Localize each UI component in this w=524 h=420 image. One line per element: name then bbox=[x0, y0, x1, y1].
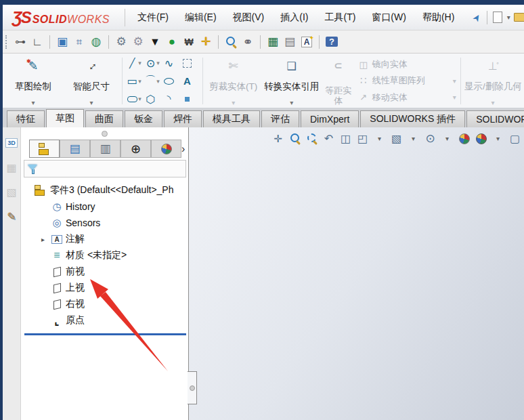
dropdown-arrow[interactable] bbox=[440, 131, 454, 146]
tree-filter-input[interactable] bbox=[24, 160, 186, 177]
section-view-icon[interactable] bbox=[339, 131, 353, 146]
customize-icon[interactable] bbox=[4, 209, 19, 224]
bolt-icon[interactable] bbox=[13, 35, 28, 49]
view-palette-icon[interactable] bbox=[4, 160, 19, 175]
panel-tab[interactable] bbox=[151, 140, 181, 158]
sketch-entity-button[interactable] bbox=[144, 75, 162, 87]
sketch-entity-button[interactable] bbox=[144, 93, 162, 105]
panel-chevron-icon[interactable]: › bbox=[181, 143, 185, 155]
network-icon[interactable] bbox=[72, 35, 87, 49]
graphics-area[interactable] bbox=[189, 127, 524, 420]
spring-icon[interactable] bbox=[181, 35, 196, 49]
chevron-down-icon[interactable]: ▾ bbox=[31, 100, 35, 106]
view-orientation-icon[interactable] bbox=[355, 131, 370, 146]
pin-icon[interactable] bbox=[469, 10, 484, 25]
convert-entities-button[interactable]: 转换实体引用 ▾ bbox=[263, 55, 321, 107]
sketch-tool-button[interactable]: 镜向实体 bbox=[357, 58, 458, 70]
chevron-down-icon[interactable]: ▾ bbox=[89, 100, 93, 106]
tree-item[interactable]: 零件3 (Default<<Default>_Ph bbox=[21, 182, 188, 198]
tree-item[interactable]: 上视 bbox=[21, 280, 188, 296]
drawing-sheet-icon[interactable] bbox=[4, 184, 19, 199]
sketch-entity-button[interactable] bbox=[144, 57, 162, 69]
sketch-entity-button[interactable] bbox=[126, 93, 144, 105]
sketch-entity-button[interactable] bbox=[126, 57, 144, 69]
dropdown-arrow[interactable] bbox=[372, 131, 387, 146]
dropdown-arrow[interactable] bbox=[406, 131, 420, 146]
previous-view-icon[interactable] bbox=[322, 131, 336, 146]
menu-item[interactable]: 帮助(H) bbox=[414, 7, 462, 28]
sketch-entity-button[interactable] bbox=[162, 93, 180, 105]
menu-item[interactable]: 插入(I) bbox=[272, 7, 316, 28]
command-tab[interactable]: 钣金 bbox=[125, 110, 162, 127]
menu-item[interactable]: 工具(T) bbox=[316, 7, 364, 28]
panel-tab[interactable] bbox=[60, 140, 90, 158]
smart-dimension-button[interactable]: 智能尺寸 ▾ bbox=[62, 55, 121, 107]
command-tab[interactable]: SOLIDWORKS MBD bbox=[466, 110, 524, 127]
offset-entities-button[interactable]: 等距实体 bbox=[321, 55, 356, 107]
menu-item[interactable]: 窗口(W) bbox=[364, 7, 414, 28]
sketch-entity-button[interactable] bbox=[162, 57, 180, 69]
gear2-icon[interactable] bbox=[131, 35, 146, 49]
excel-icon[interactable] bbox=[265, 35, 280, 49]
command-tab[interactable]: 草图 bbox=[46, 109, 84, 127]
apply-scene-icon[interactable] bbox=[474, 131, 488, 146]
tree-item[interactable]: 右视 bbox=[21, 296, 188, 312]
help-icon[interactable] bbox=[324, 35, 339, 49]
edit-appearance-icon[interactable] bbox=[457, 131, 471, 146]
search-icon[interactable] bbox=[223, 35, 238, 49]
panel-tab[interactable] bbox=[121, 140, 151, 158]
command-tab[interactable]: DimXpert bbox=[301, 110, 359, 127]
tree-item[interactable]: History bbox=[21, 198, 188, 215]
sketch-button[interactable]: 草图绘制 ▾ bbox=[4, 55, 62, 107]
sketch-entity-button[interactable] bbox=[181, 57, 198, 69]
cross-icon[interactable] bbox=[198, 35, 213, 49]
trim-entities-button[interactable]: 剪裁实体(T) ▾ bbox=[204, 55, 263, 107]
tree-item[interactable]: ▸ 注解 bbox=[21, 231, 188, 247]
tree-item[interactable]: 材质 <未指定> bbox=[21, 247, 188, 264]
menu-item[interactable]: 文件(F) bbox=[129, 7, 177, 28]
panel-tab[interactable] bbox=[90, 140, 121, 158]
expander-icon[interactable]: ▸ bbox=[41, 236, 49, 243]
menu-item[interactable]: 编辑(E) bbox=[177, 7, 225, 28]
panel-tab[interactable] bbox=[29, 140, 60, 158]
zoom-area-icon[interactable] bbox=[305, 131, 319, 146]
dropdown-arrow[interactable] bbox=[505, 10, 512, 25]
chevron-down-icon[interactable]: ▾ bbox=[290, 100, 293, 106]
menu-item[interactable]: 视图(V) bbox=[225, 7, 273, 28]
sketch-entity-button[interactable] bbox=[126, 75, 144, 87]
sketch-tool-button[interactable]: 移动实体 ▾ bbox=[357, 91, 458, 104]
tree-item[interactable]: Sensors bbox=[21, 215, 188, 231]
panel-splitter-handle[interactable] bbox=[188, 371, 197, 404]
dropdown-arrow[interactable] bbox=[491, 131, 505, 146]
corner-icon[interactable] bbox=[30, 35, 45, 49]
globe-icon[interactable] bbox=[89, 35, 104, 49]
sketch-tool-button[interactable]: 线性草图阵列 ▾ bbox=[357, 75, 458, 87]
hide-show-icon[interactable] bbox=[423, 131, 437, 146]
panel-resize-handle[interactable] bbox=[21, 127, 188, 140]
tree-item[interactable]: 原点 bbox=[21, 312, 188, 329]
command-tab[interactable]: 特征 bbox=[7, 110, 45, 127]
3d-views-icon[interactable] bbox=[4, 135, 19, 150]
funnel-icon[interactable] bbox=[148, 35, 162, 49]
command-tab[interactable]: 曲面 bbox=[85, 110, 123, 127]
gear-icon[interactable] bbox=[114, 35, 129, 49]
zoom-inout-icon[interactable] bbox=[288, 131, 302, 146]
rollback-bar[interactable] bbox=[24, 333, 186, 335]
command-tab[interactable]: SOLIDWORKS 插件 bbox=[360, 110, 465, 127]
note-icon[interactable] bbox=[299, 35, 314, 49]
sketch-entity-button[interactable] bbox=[181, 93, 198, 105]
display-delete-relations-button[interactable]: 显示/删除几何关系 ▾ bbox=[462, 55, 524, 107]
sketch-entity-button[interactable] bbox=[162, 75, 180, 87]
binoculars-icon[interactable] bbox=[240, 35, 255, 49]
command-tab[interactable]: 模具工具 bbox=[203, 110, 260, 127]
display-style-icon[interactable] bbox=[389, 131, 403, 146]
sketch-entity-button[interactable] bbox=[181, 75, 198, 87]
open-icon[interactable] bbox=[512, 10, 524, 25]
location-pin-icon[interactable] bbox=[165, 35, 179, 49]
printer-icon[interactable] bbox=[282, 35, 297, 49]
monitor-icon[interactable] bbox=[55, 35, 70, 49]
view-settings-icon[interactable] bbox=[508, 131, 522, 146]
command-tab[interactable]: 焊件 bbox=[164, 110, 202, 127]
zoom-fit-icon[interactable] bbox=[271, 131, 285, 146]
command-tab[interactable]: 评估 bbox=[261, 110, 299, 127]
